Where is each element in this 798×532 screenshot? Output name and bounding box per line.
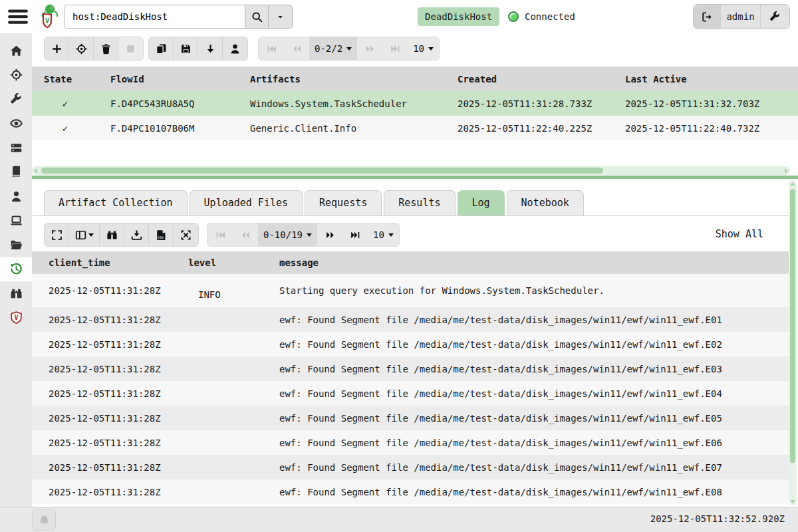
log-last-page-button[interactable]: [342, 223, 368, 246]
person-icon: [229, 43, 241, 55]
history-icon: [10, 263, 23, 275]
vertical-scrollbar[interactable]: [789, 180, 797, 505]
tab-artifact-collection[interactable]: Artifact Collection: [44, 190, 188, 215]
scroll-right-icon[interactable]: [785, 168, 788, 174]
scroll-up-icon[interactable]: [790, 182, 795, 186]
chevron-down-icon: [276, 13, 285, 21]
copy-collection-button[interactable]: [149, 37, 174, 60]
log-row: 2025-12-05T11:31:28Zewf: Found Segment f…: [32, 381, 789, 406]
log-row: 2025-12-05T11:31:28Zewf: Found Segment f…: [32, 307, 789, 332]
download-table-button[interactable]: [124, 223, 149, 246]
flows-page-size-dropdown[interactable]: 10: [408, 37, 439, 60]
vertical-scrollbar-thumb[interactable]: [790, 189, 795, 463]
column-header-message[interactable]: message: [261, 257, 789, 268]
flows-table: State FlowId Artifacts Created Last Acti…: [32, 66, 798, 140]
username-button[interactable]: admin: [720, 5, 760, 29]
scroll-left-icon[interactable]: [34, 168, 37, 174]
sidebar-item-shield[interactable]: [0, 306, 32, 331]
flow-state-check: ✓: [32, 98, 98, 109]
log-next-page-button[interactable]: [317, 223, 342, 246]
sidebar-item-person[interactable]: [0, 184, 32, 209]
flows-first-page-button: [259, 37, 284, 60]
tab-notebook[interactable]: Notebook: [507, 190, 584, 215]
tab-results[interactable]: Results: [384, 190, 455, 215]
search-input[interactable]: [64, 5, 245, 29]
offline-collector-button[interactable]: [69, 37, 94, 60]
logout-button[interactable]: [694, 5, 720, 29]
horizontal-scrollbar-thumb[interactable]: [41, 168, 603, 174]
expand-arrows-icon: [180, 229, 192, 241]
column-picker-dropdown[interactable]: [69, 223, 100, 246]
sidebar-item-folder[interactable]: [0, 233, 32, 257]
log-table: client_time level message 2025-12-05T11:…: [32, 251, 789, 504]
caret-down-icon: [428, 47, 434, 51]
column-header-level[interactable]: level: [172, 257, 261, 268]
flows-page-range-dropdown[interactable]: 0-2/2: [309, 37, 357, 60]
column-header-last-active[interactable]: Last Active: [613, 74, 798, 84]
column-header-artifacts[interactable]: Artifacts: [238, 74, 446, 84]
log-row: 2025-12-05T11:31:28Zewf: Found Segment f…: [32, 406, 789, 430]
log-table-header: client_time level message: [32, 251, 789, 274]
log-row: 2025-12-05T11:31:28Zewf: Found Segment f…: [32, 332, 789, 356]
fullscreen-icon: [51, 229, 63, 241]
flows-toolbar: 0-2/2 10: [44, 37, 440, 61]
flow-row[interactable]: ✓F.D4PC10107B06MGeneric.Client.Info2025-…: [32, 116, 798, 140]
show-all-button[interactable]: Show All: [716, 228, 763, 240]
log-page-size-dropdown[interactable]: 10: [368, 223, 399, 246]
scroll-down-icon[interactable]: [790, 500, 795, 503]
eye-icon: [10, 117, 23, 130]
log-message: ewf: Found Segment file /media/me/test-d…: [261, 438, 789, 448]
download-tray-icon: [131, 229, 142, 241]
new-collection-button[interactable]: [45, 37, 69, 60]
sidebar-item-wrench[interactable]: [0, 87, 32, 112]
log-toolbar: 0-10/19 10: [44, 223, 400, 247]
binoculars-icon: [106, 229, 118, 241]
sidebar-item-home[interactable]: [0, 39, 32, 63]
log-page-range-dropdown[interactable]: 0-10/19: [258, 223, 317, 246]
flows-action-group: [44, 37, 144, 61]
sidebar-item-binoculars[interactable]: [0, 281, 32, 306]
export-csv-button[interactable]: [149, 223, 174, 246]
caret-down-icon: [88, 233, 94, 237]
caret-down-icon: [346, 47, 352, 51]
csv-file-icon: [156, 229, 167, 241]
tab-uploaded-files[interactable]: Uploaded Files: [190, 190, 303, 215]
transform-table-button[interactable]: [174, 223, 198, 246]
fullscreen-button[interactable]: [45, 223, 69, 246]
log-message: ewf: Found Segment file /media/me/test-d…: [261, 339, 789, 350]
log-row: 2025-12-05T11:31:28Zewf: Found Segment f…: [32, 479, 789, 504]
tab-requests[interactable]: Requests: [305, 190, 382, 215]
menu-toggle-button[interactable]: [7, 5, 31, 28]
download-results-button[interactable]: [198, 37, 223, 60]
target-icon: [76, 43, 87, 55]
sidebar-item-target[interactable]: [0, 63, 32, 88]
sidebar-item-laptop[interactable]: [0, 209, 32, 233]
flow-row[interactable]: ✓F.D4PC543RU8A5QWindows.System.TaskSched…: [32, 91, 798, 116]
save-collection-button[interactable]: [174, 37, 198, 60]
log-client-time: 2025-12-05T11:31:28Z: [32, 487, 172, 497]
log-client-time: 2025-12-05T11:31:28Z: [32, 315, 172, 325]
sidebar-item-book[interactable]: [0, 160, 32, 185]
delete-collection-button[interactable]: [94, 37, 118, 60]
log-client-time: 2025-12-05T11:31:28Z: [32, 339, 172, 350]
assign-user-button[interactable]: [223, 37, 247, 60]
horizontal-scrollbar[interactable]: [32, 166, 790, 175]
sidebar-item-eye[interactable]: [0, 112, 32, 136]
column-header-flowid[interactable]: FlowId: [98, 74, 238, 84]
column-header-state[interactable]: State: [32, 74, 98, 84]
filter-rows-button[interactable]: [100, 223, 124, 246]
column-header-created[interactable]: Created: [446, 74, 613, 84]
tab-log[interactable]: Log: [458, 190, 505, 215]
sidebar-item-stack[interactable]: [0, 136, 32, 160]
log-page-size-label: 10: [373, 229, 384, 240]
panel-splitter[interactable]: [32, 176, 798, 179]
rewind-icon: [241, 230, 251, 240]
sidebar-item-history[interactable]: [0, 257, 32, 282]
user-settings-button[interactable]: [760, 5, 789, 29]
column-header-client-time[interactable]: client_time: [32, 257, 172, 268]
notifications-button[interactable]: [32, 509, 56, 531]
search-options-dropdown[interactable]: [269, 5, 293, 29]
search-button[interactable]: [245, 5, 269, 29]
log-message: ewf: Found Segment file /media/me/test-d…: [261, 364, 789, 374]
target-icon: [10, 68, 23, 81]
